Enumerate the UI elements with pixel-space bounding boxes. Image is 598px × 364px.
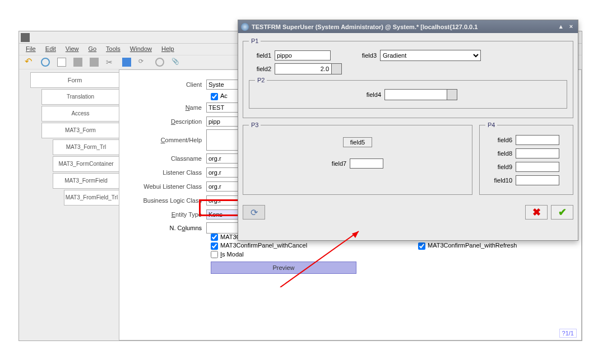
preview-button[interactable]: Preview (211, 262, 356, 274)
refresh-icon: ⟳ (251, 207, 258, 218)
undo-icon[interactable]: ↶ (25, 58, 34, 67)
cp3-checkbox[interactable] (418, 242, 425, 250)
menu-window[interactable]: Window (130, 45, 152, 52)
cut-icon[interactable]: ✂ (106, 58, 115, 67)
cp2-checkbox[interactable] (211, 242, 218, 250)
menu-go[interactable]: Go (89, 45, 97, 52)
listener-label: Listener Class (128, 169, 206, 176)
cp1-checkbox[interactable] (211, 234, 218, 241)
save-icon[interactable] (122, 58, 131, 67)
p4-legend: P4 (485, 122, 497, 128)
client-label: Client (128, 81, 206, 88)
sidebar-item-translation[interactable]: Translation (41, 89, 119, 105)
desc-label: Description (128, 118, 206, 125)
field6-label: field6 (485, 137, 516, 143)
rollup-icon[interactable]: ▴ (557, 23, 565, 31)
dialog-footer: ⟳ ✖ ✔ (238, 203, 578, 222)
modal-checkbox[interactable] (211, 251, 218, 258)
name-label: Name (128, 104, 206, 111)
dialog-title: TESTFRM SuperUser (System Administrator)… (252, 24, 555, 30)
group-p4: P4 field6 field8 field9 field10 (479, 122, 573, 195)
field8-input[interactable] (516, 148, 559, 158)
cancel-icon: ✖ (532, 206, 541, 218)
ncols-label: N. Columns (128, 225, 206, 231)
p3-legend: P3 (249, 122, 261, 128)
sidebar: Form Translation Access MAT3_Form MAT3_F… (19, 69, 119, 340)
webui-label: Webui Listener Class (128, 183, 206, 190)
active-checkbox[interactable] (211, 93, 218, 100)
classname-label: Classname (128, 155, 206, 162)
refresh-icon[interactable]: ⟳ (138, 58, 147, 67)
field1-label: field1 (249, 52, 271, 59)
field5-button[interactable]: field5 (343, 137, 372, 147)
sidebar-item-mat3form[interactable]: MAT3_Form (41, 123, 119, 138)
field7-input[interactable] (350, 158, 383, 169)
sidebar-item-mat3fromfieldtrl[interactable]: MAT3_FromField_Trl (64, 190, 119, 206)
sidebar-item-access[interactable]: Access (41, 106, 119, 122)
biz-label: Business Logic Class (128, 197, 206, 204)
p1-legend: P1 (249, 38, 261, 44)
delete-icon[interactable] (90, 58, 99, 67)
field8-label: field8 (485, 150, 516, 157)
copy-icon[interactable] (73, 58, 82, 67)
entity-label: Entity Type (128, 211, 206, 218)
menu-file[interactable]: File (26, 45, 36, 52)
ok-button[interactable]: ✔ (551, 205, 573, 220)
menu-help[interactable]: Help (161, 45, 174, 52)
field2-stepper[interactable] (275, 63, 342, 74)
field7-label: field7 (332, 160, 346, 167)
sidebar-item-mat3formtrl[interactable]: MAT3_Form_Trl (53, 139, 119, 155)
comment-label: Comment/Help (128, 137, 206, 143)
sidebar-item-form[interactable]: Form (30, 72, 119, 88)
refresh-button[interactable]: ⟳ (243, 205, 265, 220)
active-label: Ac (220, 92, 228, 99)
field9-input[interactable] (516, 162, 559, 172)
cancel-button[interactable]: ✖ (525, 205, 548, 220)
field3-select[interactable]: Gradient (380, 50, 481, 61)
menu-view[interactable]: View (66, 45, 79, 52)
calc-icon[interactable] (331, 64, 341, 74)
field1-input[interactable] (275, 50, 331, 60)
app-icon (21, 33, 30, 42)
calendar-icon[interactable] (447, 90, 457, 100)
field2-label: field2 (249, 66, 271, 72)
sidebar-item-mat3formfield[interactable]: MAT3_FormField (53, 173, 119, 189)
field4-label: field4 (359, 91, 381, 98)
close-icon[interactable]: × (567, 23, 575, 31)
menu-edit[interactable]: Edit (45, 45, 56, 52)
sidebar-item-mat3formcontainer[interactable]: MAT3_FormContainer (53, 156, 119, 172)
dialog-titlebar[interactable]: TESTFRM SuperUser (System Administrator)… (238, 20, 578, 33)
group-p3: P3 field5 field7 (243, 122, 472, 195)
globe-icon (241, 23, 249, 31)
search-icon[interactable] (155, 58, 164, 67)
group-p1: P1 field1 field3 Gradient field2 P2 fiel… (243, 38, 573, 118)
field4-input[interactable] (384, 89, 457, 100)
field9-label: field9 (485, 164, 516, 170)
field10-input[interactable] (516, 175, 559, 185)
attachment-icon[interactable]: 📎 (171, 58, 180, 67)
preview-dialog: TESTFRM SuperUser (System Administrator)… (238, 20, 578, 241)
field3-label: field3 (354, 52, 377, 59)
p2-legend: P2 (255, 77, 267, 83)
field10-label: field10 (485, 177, 516, 184)
help-icon[interactable] (41, 58, 50, 67)
cp3-label: MAT3ConfirmPanel_withRefresh (428, 242, 517, 249)
record-indicator[interactable]: ?1/1 (559, 329, 577, 338)
new-icon[interactable] (57, 58, 66, 67)
cp2-label: MAT3ConfirmPanel_withCancel (220, 242, 307, 249)
field6-input[interactable] (516, 135, 559, 145)
menu-tools[interactable]: Tools (106, 45, 120, 52)
group-p2: P2 field4 (249, 77, 567, 109)
modal-label: Is Modal (220, 251, 244, 258)
check-icon: ✔ (558, 206, 567, 218)
